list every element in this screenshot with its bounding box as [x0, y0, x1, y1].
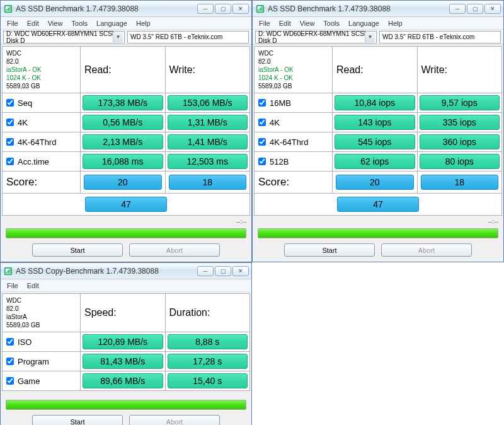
svg-rect-9	[261, 6, 263, 11]
menu-file[interactable]: File	[3, 18, 22, 28]
512b-read: 62 iops	[335, 154, 415, 169]
drive-label-input[interactable]: WD 3.5" RED 6TB - eTeknix.com	[379, 31, 501, 44]
menu-edit[interactable]: Edit	[275, 18, 295, 28]
svg-rect-4	[9, 6, 11, 11]
status-bar: --:--	[2, 216, 250, 227]
check-4k[interactable]	[258, 119, 266, 126]
abort-button[interactable]: Abort	[381, 243, 472, 257]
abort-button[interactable]: Abort	[129, 415, 220, 425]
row-game: Game	[3, 371, 81, 390]
menubar: File Edit	[1, 279, 251, 292]
row-4k: 4K	[255, 113, 333, 132]
row-program: Program	[3, 352, 81, 371]
score-read: 20	[84, 175, 162, 190]
menu-language[interactable]: Language	[93, 18, 131, 28]
start-button[interactable]: Start	[284, 243, 375, 257]
menu-file[interactable]: File	[255, 18, 274, 28]
iso-speed: 120,89 MB/s	[83, 334, 163, 349]
check-program[interactable]	[6, 358, 14, 365]
check-iso[interactable]	[6, 338, 14, 346]
seq-read: 173,38 MB/s	[83, 95, 163, 110]
4k-read: 0,56 MB/s	[83, 115, 163, 130]
drive-select[interactable]: D: WDC WD60EFRX-68MYMN1 SCSI Disk D ▼	[3, 31, 125, 44]
minimize-button[interactable]: ─	[449, 4, 466, 14]
close-button[interactable]: ✕	[484, 4, 501, 14]
status-bar: --:--	[254, 216, 502, 227]
check-512b[interactable]	[258, 158, 266, 165]
row-4k: 4K	[3, 113, 81, 132]
menubar: File Edit View Tools Language Help	[253, 17, 503, 30]
start-button[interactable]: Start	[32, 415, 123, 425]
titlebar[interactable]: AS SSD Benchmark 1.7.4739.38088 ─ ▢ ✕	[1, 1, 251, 17]
progress-bar	[258, 228, 498, 238]
titlebar[interactable]: AS SSD Copy-Benchmark 1.7.4739.38088 ─ ▢…	[1, 263, 251, 279]
drive-select[interactable]: D: WDC WD60EFRX-68MYMN1 SCSI Disk D ▼	[255, 31, 377, 44]
maximize-button[interactable]: ▢	[215, 4, 231, 14]
16mb-write: 9,57 iops	[420, 95, 500, 110]
minimize-button[interactable]: ─	[197, 4, 214, 14]
check-4k64[interactable]	[6, 138, 14, 146]
menu-view[interactable]: View	[44, 18, 67, 28]
menubar: File Edit View Tools Language Help	[1, 17, 251, 30]
menu-help[interactable]: Help	[384, 18, 406, 28]
app-icon	[3, 4, 13, 14]
benchmark-window-2: AS SSD Benchmark 1.7.4739.38088 ─ ▢ ✕ Fi…	[252, 0, 504, 262]
menu-edit[interactable]: Edit	[23, 281, 43, 291]
drive-label-input[interactable]: WD 3.5" RED 6TB - eTeknix.com	[127, 31, 249, 44]
window-title: AS SSD Copy-Benchmark 1.7.4739.38088	[16, 267, 195, 276]
menu-file[interactable]: File	[3, 281, 22, 291]
header-read: Read:	[333, 47, 418, 93]
window-title: AS SSD Benchmark 1.7.4739.38088	[268, 4, 447, 13]
4k64-read: 545 iops	[335, 134, 415, 149]
chevron-down-icon: ▼	[113, 32, 123, 42]
row-4k64: 4K-64Thrd	[3, 132, 81, 151]
acc-write: 12,503 ms	[168, 154, 248, 169]
minimize-button[interactable]: ─	[197, 266, 214, 276]
benchmark-window-1: AS SSD Benchmark 1.7.4739.38088 ─ ▢ ✕ Fi…	[0, 0, 252, 262]
check-seq[interactable]	[6, 99, 14, 107]
check-acc[interactable]	[6, 158, 14, 165]
4k64-write: 1,41 MB/s	[168, 134, 248, 149]
svg-rect-7	[258, 9, 260, 11]
4k64-write: 360 iops	[420, 134, 500, 149]
menu-edit[interactable]: Edit	[23, 18, 43, 28]
maximize-button[interactable]: ▢	[215, 266, 231, 276]
check-game[interactable]	[6, 377, 14, 385]
drive-info: WDC 82.0 iaStorA - OK 1024 K - OK 5589,0…	[3, 47, 81, 93]
app-icon	[255, 4, 265, 14]
row-seq: Seq	[3, 93, 81, 112]
check-4k[interactable]	[6, 119, 14, 126]
header-duration: Duration:	[166, 294, 250, 332]
progress-bar	[6, 400, 246, 410]
score-write: 18	[421, 175, 499, 190]
menu-language[interactable]: Language	[345, 18, 383, 28]
menu-view[interactable]: View	[296, 18, 319, 28]
menu-help[interactable]: Help	[132, 18, 154, 28]
check-16mb[interactable]	[258, 99, 266, 107]
row-512b: 512B	[255, 152, 333, 171]
header-write: Write:	[166, 47, 250, 93]
chevron-down-icon: ▼	[365, 32, 375, 42]
close-button[interactable]: ✕	[232, 266, 249, 276]
4k-write: 335 iops	[420, 115, 500, 130]
512b-write: 80 iops	[420, 154, 500, 169]
iso-dur: 8,88 s	[168, 334, 248, 349]
titlebar[interactable]: AS SSD Benchmark 1.7.4739.38088 ─ ▢ ✕	[253, 1, 503, 17]
header-speed: Speed:	[81, 294, 166, 332]
menu-tools[interactable]: Tools	[319, 18, 343, 28]
start-button[interactable]: Start	[32, 243, 123, 257]
menu-tools[interactable]: Tools	[67, 18, 91, 28]
check-4k64[interactable]	[258, 138, 266, 146]
app-icon	[3, 266, 13, 276]
score-read: 20	[336, 175, 414, 190]
svg-rect-12	[6, 271, 8, 273]
maximize-button[interactable]: ▢	[467, 4, 483, 14]
copy-benchmark-window: AS SSD Copy-Benchmark 1.7.4739.38088 ─ ▢…	[0, 262, 252, 425]
row-4k64: 4K-64Thrd	[255, 132, 333, 151]
seq-write: 153,06 MB/s	[168, 95, 248, 110]
abort-button[interactable]: Abort	[129, 243, 220, 257]
close-button[interactable]: ✕	[232, 4, 249, 14]
game-dur: 15,40 s	[168, 373, 248, 388]
acc-read: 16,088 ms	[83, 154, 163, 169]
drive-info: WDC 82.0 iaStorA 5589,03 GB	[3, 294, 81, 332]
